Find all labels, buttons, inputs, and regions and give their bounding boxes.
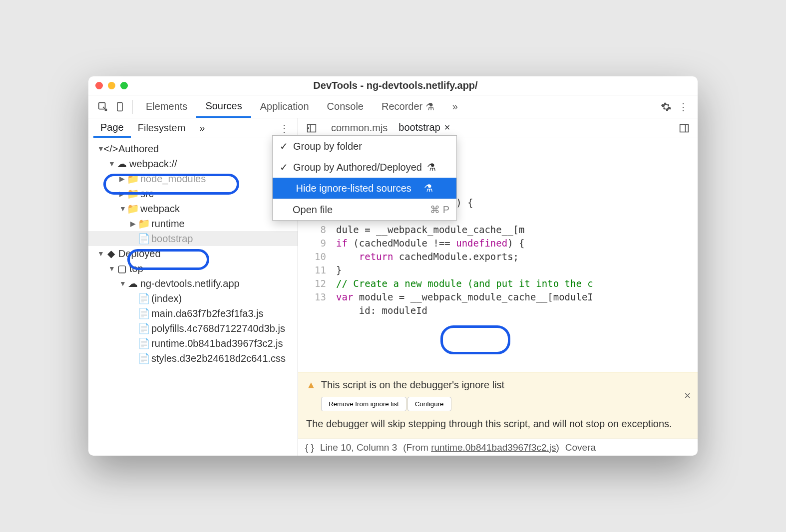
cloud-icon: ☁ [116,158,127,170]
tree-src[interactable]: ▶📁src [88,186,298,201]
file-icon: 📄 [138,307,149,319]
ignore-banner: ▲This script is on the debugger's ignore… [298,372,698,439]
kebab-icon[interactable]: ⋮ [675,98,692,115]
folder-icon: 📁 [127,173,138,185]
tree-runtime[interactable]: ▶📁runtime [88,216,298,231]
panel-nav-icon[interactable] [303,120,320,137]
subtab-filesystem[interactable]: Filesystem [131,118,193,138]
flask-icon: ⚗ [427,161,436,173]
close-window[interactable] [95,82,103,89]
banner-msg: The debugger will skip stepping through … [306,418,690,430]
file-icon: 📄 [138,337,149,349]
inspect-icon[interactable] [94,98,111,115]
coverage-label: Covera [565,442,596,453]
frame-icon: ▢ [116,263,127,274]
subtab-kebab-icon[interactable]: ⋮ [276,120,293,137]
status-source-link[interactable]: runtime.0b841bad3967f3c2.js [431,442,556,453]
warning-icon: ▲ [306,379,316,391]
cube-icon: ◆ [105,248,116,260]
panel-right-icon[interactable] [676,120,693,137]
svg-rect-4 [680,124,689,132]
main-tabbar: Elements Sources Application Console Rec… [88,95,698,118]
folder-icon: 📁 [127,188,138,200]
close-icon[interactable]: × [444,122,450,133]
tree-main-js[interactable]: 📄main.da63f7b2fe3f1fa3.js [88,306,298,321]
tab-elements[interactable]: Elements [137,95,196,118]
tree-webpack[interactable]: ▼☁webpack:// [88,156,298,171]
cursor-pos: Line 10, Column 3 [320,442,397,453]
flask-icon: ⚗ [425,101,434,113]
subtab-page[interactable]: Page [93,118,131,138]
tree-index[interactable]: 📄(index) [88,291,298,306]
menu-hide-ignored[interactable]: Hide ignore-listed sources ⚗ [273,178,456,199]
tabs-overflow[interactable]: » [443,95,467,118]
banner-title: This script is on the debugger's ignore … [321,379,504,391]
tree-runtime-js[interactable]: 📄runtime.0b841bad3967f3c2.js [88,336,298,351]
configure-button[interactable]: Configure [407,397,451,411]
tab-console[interactable]: Console [318,95,373,118]
tree-deployed[interactable]: ▼◆Deployed [88,246,298,261]
folder-icon: 📁 [138,218,149,230]
remove-ignore-button[interactable]: Remove from ignore list [321,397,406,411]
subtab-overflow[interactable]: » [192,118,212,138]
tab-sources[interactable]: Sources [196,95,251,118]
device-icon[interactable] [111,98,128,115]
svg-rect-1 [117,102,122,111]
titlebar: DevTools - ng-devtools.netlify.app/ [88,76,698,95]
tree-styles-css[interactable]: 📄styles.d3e2b24618d2c641.css [88,351,298,366]
tree-polyfills-js[interactable]: 📄polyfills.4c768d7122740d3b.js [88,321,298,336]
file-icon: 📄 [138,352,149,364]
tree-node-modules[interactable]: ▶📁node_modules [88,171,298,186]
gear-icon[interactable] [658,98,675,115]
file-icon: 📄 [138,292,149,304]
minimize-window[interactable] [108,82,115,89]
format-icon[interactable]: { } [305,442,314,453]
cloud-icon: ☁ [127,277,138,289]
status-bar: { } Line 10, Column 3 (From runtime.0b84… [298,439,698,456]
file-icon: 📄 [138,322,149,334]
menu-open-file[interactable]: Open file⌘ P [273,199,456,220]
check-icon: ✓ [280,161,288,173]
tree-webpack-folder[interactable]: ▼📁webpack [88,201,298,216]
menu-group-authored[interactable]: ✓Group by Authored/Deployed⚗ [273,157,456,178]
tree-domain[interactable]: ▼☁ng-devtools.netlify.app [88,276,298,291]
context-menu: ✓Group by folder ✓Group by Authored/Depl… [272,135,457,221]
file-tree: ▼</>Authored ▼☁webpack:// ▶📁node_modules… [88,138,298,456]
tree-authored[interactable]: ▼</>Authored [88,141,298,156]
close-banner-icon[interactable]: × [684,389,691,402]
shortcut: ⌘ P [430,204,449,216]
flask-icon: ⚗ [424,182,433,194]
tree-bootstrap[interactable]: 📄bootstrap [88,231,298,246]
folder-icon: 📁 [127,203,138,215]
file-icon: 📄 [138,233,149,245]
tab-recorder[interactable]: Recorder ⚗ [373,95,443,118]
menu-group-folder[interactable]: ✓Group by folder [273,136,456,157]
maximize-window[interactable] [120,82,128,89]
tab-application[interactable]: Application [251,95,318,118]
check-icon: ✓ [280,140,288,152]
window-title: DevTools - ng-devtools.netlify.app/ [128,80,663,91]
code-icon: </> [105,143,116,155]
tree-top[interactable]: ▼▢top [88,261,298,276]
